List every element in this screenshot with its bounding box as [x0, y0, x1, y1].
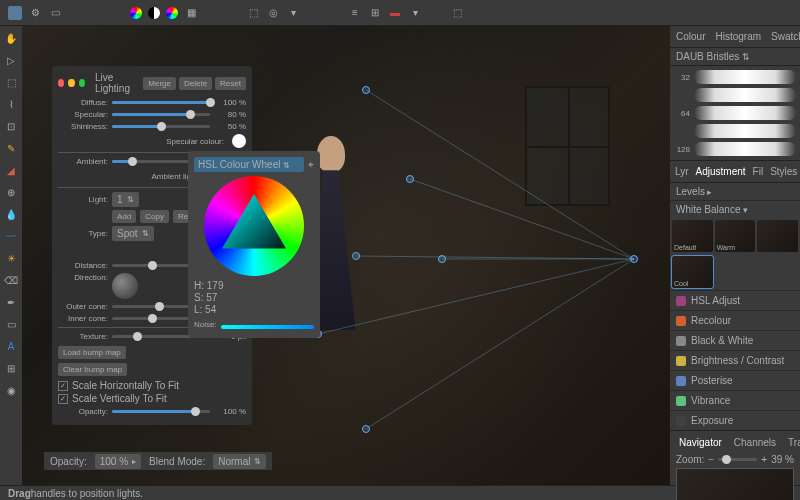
- light-origin-handle[interactable]: [630, 255, 638, 263]
- tab-histogram[interactable]: Histogram: [711, 28, 765, 45]
- tab-navigator[interactable]: Navigator: [676, 434, 725, 451]
- arrange-icon[interactable]: ⊞: [368, 6, 382, 20]
- clear-bump-button[interactable]: Clear bump map: [58, 363, 127, 376]
- mask-icon[interactable]: ◎: [266, 6, 280, 20]
- color-picker-tool[interactable]: ◉: [3, 382, 19, 398]
- shape-tool[interactable]: ▭: [3, 316, 19, 332]
- move-tool[interactable]: ▷: [3, 52, 19, 68]
- preset-cool[interactable]: Cool: [672, 256, 713, 288]
- adjustment-item[interactable]: Black & White: [670, 330, 800, 350]
- hsl-color-wheel[interactable]: [204, 176, 304, 276]
- swatch-icon[interactable]: ▬: [388, 6, 402, 20]
- dropdown-icon[interactable]: ▾: [408, 6, 422, 20]
- color-wheel-icon[interactable]: [130, 7, 142, 19]
- light-stepper[interactable]: 1 ⇅: [112, 192, 139, 207]
- specular-color-swatch[interactable]: [232, 134, 246, 148]
- diffuse-slider[interactable]: [112, 101, 210, 104]
- lasso-tool[interactable]: ⌇: [3, 96, 19, 112]
- adjustment-item[interactable]: Posterise: [670, 370, 800, 390]
- canvas[interactable]: Live Lighting Merge Delete Reset Diffuse…: [22, 26, 670, 485]
- tab-adjustment[interactable]: Adjustment: [693, 163, 749, 180]
- brush-item[interactable]: 32: [672, 68, 798, 86]
- light-handle[interactable]: [406, 175, 414, 183]
- adjustment-item[interactable]: Exposure: [670, 410, 800, 430]
- add-light-button[interactable]: Add: [112, 210, 136, 223]
- direction-ball[interactable]: [112, 273, 138, 299]
- brush-item[interactable]: 128: [672, 140, 798, 158]
- adjustment-item[interactable]: Vibrance: [670, 390, 800, 410]
- panel-opacity-slider[interactable]: [112, 410, 210, 413]
- zoom-tool[interactable]: ⊞: [3, 360, 19, 376]
- crop-tool[interactable]: ⊡: [3, 118, 19, 134]
- eyedropper-icon[interactable]: ⌖: [308, 159, 314, 171]
- doc-icon[interactable]: ▭: [48, 6, 62, 20]
- selection-tool[interactable]: ⬚: [3, 74, 19, 90]
- svg-line-4: [318, 259, 634, 334]
- tab-channels[interactable]: Channels: [731, 434, 779, 451]
- zoom-in-icon[interactable]: +: [761, 454, 767, 465]
- maximize-icon[interactable]: [79, 79, 85, 87]
- tab-swatches[interactable]: Swatches: [767, 28, 800, 45]
- hue-icon[interactable]: [166, 7, 178, 19]
- light-handle[interactable]: [438, 255, 446, 263]
- pen-tool[interactable]: ✒: [3, 294, 19, 310]
- adjustment-item[interactable]: Recolour: [670, 310, 800, 330]
- adjustment-item[interactable]: HSL Adjust: [670, 290, 800, 310]
- minimize-icon[interactable]: [68, 79, 74, 87]
- hand-tool[interactable]: ✋: [3, 30, 19, 46]
- preset-warm[interactable]: Warm: [715, 220, 756, 252]
- blur-tool[interactable]: 💧: [3, 206, 19, 222]
- reset-button[interactable]: Reset: [215, 77, 246, 90]
- tab-colour[interactable]: Colour: [672, 28, 709, 45]
- preset-default[interactable]: Default: [672, 220, 713, 252]
- merge-button[interactable]: Merge: [143, 77, 176, 90]
- zoom-out-icon[interactable]: −: [708, 454, 714, 465]
- mode-icon[interactable]: ▾: [286, 6, 300, 20]
- brush-tool[interactable]: ✎: [3, 140, 19, 156]
- color-mode-select[interactable]: HSL Colour Wheel ⇅: [194, 157, 304, 172]
- zoom-slider[interactable]: [718, 458, 757, 461]
- clone-tool[interactable]: ⊕: [3, 184, 19, 200]
- palette-icon[interactable]: ▦: [184, 6, 198, 20]
- blend-mode-select[interactable]: Normal ⇅: [213, 454, 266, 469]
- scale-v-checkbox[interactable]: ✓Scale Vertically To Fit: [58, 393, 246, 404]
- opacity-field[interactable]: 100 % ▸: [95, 454, 141, 469]
- brush-item[interactable]: [672, 86, 798, 104]
- brush-item[interactable]: 64: [672, 104, 798, 122]
- preset-other[interactable]: [757, 220, 798, 252]
- tab-effects[interactable]: Fil: [750, 163, 767, 180]
- eraser-tool[interactable]: ⌫: [3, 272, 19, 288]
- type-select[interactable]: Spot ⇅: [112, 226, 154, 241]
- assistant-icon[interactable]: ⬚: [450, 6, 464, 20]
- app-icon[interactable]: [8, 6, 22, 20]
- text-tool[interactable]: A: [3, 338, 19, 354]
- adjustment-levels[interactable]: Levels: [676, 186, 705, 197]
- align-icon[interactable]: ≡: [348, 6, 362, 20]
- studio-tabs-1: Colour Histogram Swatches Brushes: [670, 26, 800, 48]
- navigator-preview[interactable]: [676, 468, 794, 500]
- light-handle[interactable]: [362, 425, 370, 433]
- smudge-tool[interactable]: 〰: [3, 228, 19, 244]
- shininess-slider[interactable]: [112, 125, 210, 128]
- contrast-icon[interactable]: [148, 7, 160, 19]
- copy-light-button[interactable]: Copy: [140, 210, 169, 223]
- delete-button[interactable]: Delete: [179, 77, 212, 90]
- light-handle[interactable]: [352, 252, 360, 260]
- close-icon[interactable]: [58, 79, 64, 87]
- tab-transform[interactable]: Transform: [785, 434, 800, 451]
- tab-layers[interactable]: Lyr: [672, 163, 692, 180]
- brush-item[interactable]: [672, 122, 798, 140]
- adjustment-item[interactable]: Brightness / Contrast: [670, 350, 800, 370]
- load-bump-button[interactable]: Load bump map: [58, 346, 126, 359]
- adjustment-wb[interactable]: White Balance: [676, 204, 740, 215]
- select-icon[interactable]: ⬚: [246, 6, 260, 20]
- brush-set-select[interactable]: DAUB Bristles ⇅: [670, 48, 800, 66]
- tab-styles[interactable]: Styles: [767, 163, 800, 180]
- scale-h-checkbox[interactable]: ✓Scale Horizontally To Fit: [58, 380, 246, 391]
- noise-slider[interactable]: [221, 325, 314, 329]
- dodge-tool[interactable]: ☀: [3, 250, 19, 266]
- light-handle[interactable]: [362, 86, 370, 94]
- specular-slider[interactable]: [112, 113, 210, 116]
- fill-tool[interactable]: ◢: [3, 162, 19, 178]
- gear-icon[interactable]: ⚙: [28, 6, 42, 20]
